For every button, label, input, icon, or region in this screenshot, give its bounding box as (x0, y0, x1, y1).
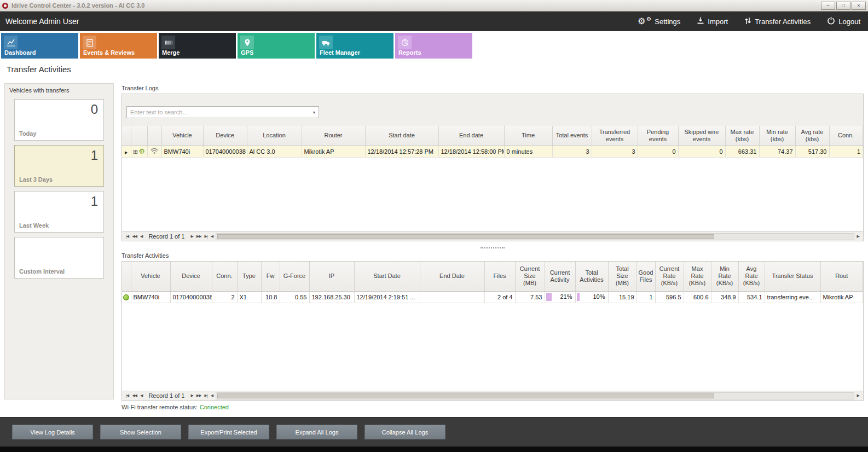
logs-header-vehicle[interactable]: Vehicle (161, 126, 203, 146)
scroll-left-button[interactable]: ◀ (209, 234, 215, 239)
act-header-type[interactable]: Type (237, 262, 261, 291)
act-vehicle-cell[interactable]: BMW740i (131, 291, 170, 303)
close-button[interactable]: × (852, 2, 866, 10)
act-g-force-cell[interactable]: 0.55 (280, 291, 309, 303)
act-header-min-rate[interactable]: Min Rate (KB/s) (711, 262, 738, 291)
tile-dashboard[interactable]: Dashboard (1, 33, 78, 59)
logs-header-pending-events[interactable]: Pending events (638, 126, 678, 146)
expand-plus-icon[interactable]: ⊞ (133, 148, 138, 155)
logout-button[interactable]: Logout (827, 16, 860, 26)
logs-header-time[interactable]: Time (504, 126, 552, 146)
act-total-size-cell[interactable]: 15.19 (608, 291, 636, 303)
logs-header-transferred-events[interactable]: Transferred events (592, 126, 638, 146)
tile-events-reviews[interactable]: Events & Reviews (80, 33, 157, 59)
collapse-all-logs-button[interactable]: Collapse All Logs (364, 425, 445, 439)
nav-prev-page-button[interactable]: ◀◀ (130, 234, 138, 239)
log-total-events-cell[interactable]: 3 (552, 146, 592, 157)
logs-header-min-rate[interactable]: Min rate (kbs) (759, 126, 795, 146)
act-total-activities-cell[interactable]: 10% (575, 291, 608, 303)
act-max-rate-cell[interactable]: 600.6 (684, 291, 711, 303)
act-header-avg-rate[interactable]: Avg Rate (KB/s) (738, 262, 765, 291)
act-header-router[interactable]: Rout (820, 262, 863, 291)
act-header-conn[interactable]: Conn. (212, 262, 237, 291)
log-avg-rate-cell[interactable]: 517.30 (795, 146, 829, 157)
activities-scrollbar-thumb[interactable] (217, 393, 714, 398)
logs-header-avg-rate[interactable]: Avg rate (kbs) (795, 126, 829, 146)
log-min-rate-cell[interactable]: 74.37 (759, 146, 795, 157)
log-device-cell[interactable]: 017040000038 (203, 146, 247, 157)
logs-header-start-date[interactable]: Start date (365, 126, 438, 146)
act-header-transfer-status[interactable]: Transfer Status (765, 262, 820, 291)
nav-next-button[interactable]: ▶ (189, 393, 194, 398)
act-current-size-cell[interactable]: 7.53 (515, 291, 545, 303)
act-transfer-status-cell[interactable]: transferring eve... (765, 291, 820, 303)
act-conn-cell[interactable]: 2 (212, 291, 237, 303)
act-header-vehicle[interactable]: Vehicle (131, 262, 170, 291)
nav-prev-page-button[interactable]: ◀◀ (130, 393, 138, 398)
act-header-device[interactable]: Device (170, 262, 212, 291)
act-type-cell[interactable]: X1 (237, 291, 261, 303)
logs-header-total-events[interactable]: Total events (552, 126, 592, 146)
act-ip-cell[interactable]: 192.168.25.30 (309, 291, 354, 303)
activities-table-row[interactable]: BMW740i 017040000038 2 X1 10.8 0.55 192.… (122, 291, 863, 303)
act-header-start-date[interactable]: Start Date (354, 262, 420, 291)
act-current-activity-cell[interactable]: 21% (545, 291, 575, 303)
act-header-current-rate[interactable]: Current Rate (KB/s) (655, 262, 684, 291)
import-button[interactable]: Import (697, 17, 728, 26)
settings-button[interactable]: ⚙⚙ Settings (638, 18, 680, 26)
act-header-fw[interactable]: Fw (261, 262, 280, 291)
act-router-cell[interactable]: Mikrotik AP (820, 291, 863, 303)
nav-prev-button[interactable]: ◀ (138, 234, 144, 239)
tile-gps[interactable]: GPS (238, 33, 315, 59)
filter-card-custom-interval[interactable]: Custom Interval (14, 237, 104, 279)
act-end-date-cell[interactable] (420, 291, 484, 303)
act-header-good-files[interactable]: Good Files (636, 262, 655, 291)
logs-header-device[interactable]: Device (203, 126, 247, 146)
panel-splitter[interactable] (121, 246, 864, 250)
log-transferred-events-cell[interactable]: 3 (592, 146, 638, 157)
logs-header-end-date[interactable]: End date (438, 126, 504, 146)
log-location-cell[interactable]: Al CC 3.0 (247, 146, 302, 157)
filter-card-last-3-days[interactable]: 1 Last 3 Days (14, 145, 104, 187)
logs-header-router[interactable]: Router (302, 126, 365, 146)
log-start-date-cell[interactable]: 12/18/2014 12:57:28 PM (365, 146, 438, 157)
nav-first-button[interactable]: |◀ (124, 393, 130, 398)
logs-horizontal-scrollbar[interactable] (216, 233, 854, 240)
act-start-date-cell[interactable]: 12/19/2014 2:19:51 ... (354, 291, 420, 303)
nav-next-page-button[interactable]: ▶▶ (195, 234, 203, 239)
logs-table-row[interactable]: ▶ ⊞⚙ BMW740i 017040000038 Al CC 3.0 Mikr… (122, 146, 863, 157)
nav-first-button[interactable]: |◀ (124, 234, 130, 239)
dropdown-arrow-icon[interactable]: ▼ (310, 111, 319, 114)
act-header-total-activities[interactable]: Total Activities (575, 262, 608, 291)
act-header-files[interactable]: Files (484, 262, 515, 291)
minimize-button[interactable]: – (821, 2, 835, 10)
act-header-max-rate[interactable]: Max Rate (KB/s) (684, 262, 711, 291)
logs-scrollbar-thumb[interactable] (217, 234, 714, 239)
expand-all-logs-button[interactable]: Expand All Logs (276, 425, 357, 439)
tile-merge[interactable]: Merge (159, 33, 236, 59)
logs-header-skipped-wire-events[interactable]: Skipped wire events (678, 126, 725, 146)
filter-card-today[interactable]: 0 Today (14, 99, 104, 141)
nav-next-button[interactable]: ▶ (189, 234, 194, 239)
act-header-current-size[interactable]: Current Size (MB) (515, 262, 545, 291)
tile-fleet-manager[interactable]: Fleet Manager (316, 33, 394, 59)
nav-prev-button[interactable]: ◀ (138, 393, 144, 398)
show-selection-button[interactable]: Show Selection (100, 425, 181, 439)
act-header-ip[interactable]: IP (309, 262, 354, 291)
log-conn-cell[interactable]: 1 (829, 146, 863, 157)
logs-header-location[interactable]: Location (247, 126, 302, 146)
log-vehicle-cell[interactable]: BMW740i (161, 146, 203, 157)
transfer-activities-button[interactable]: Transfer Activities (744, 17, 811, 26)
log-router-cell[interactable]: Mikrotik AP (302, 146, 365, 157)
maximize-button[interactable]: □ (836, 2, 850, 10)
nav-last-button[interactable]: ▶| (203, 393, 209, 398)
act-files-cell[interactable]: 2 of 4 (484, 291, 515, 303)
view-log-details-button[interactable]: View Log Details (12, 425, 93, 439)
filter-card-last-week[interactable]: 1 Last Week (14, 191, 104, 233)
log-time-cell[interactable]: 0 minutes (504, 146, 552, 157)
log-max-rate-cell[interactable]: 663.31 (725, 146, 759, 157)
act-current-rate-cell[interactable]: 596.5 (655, 291, 684, 303)
act-avg-rate-cell[interactable]: 534.1 (738, 291, 765, 303)
nav-last-button[interactable]: ▶| (203, 234, 209, 239)
row-expand-cell[interactable]: ⊞⚙ (131, 146, 147, 157)
